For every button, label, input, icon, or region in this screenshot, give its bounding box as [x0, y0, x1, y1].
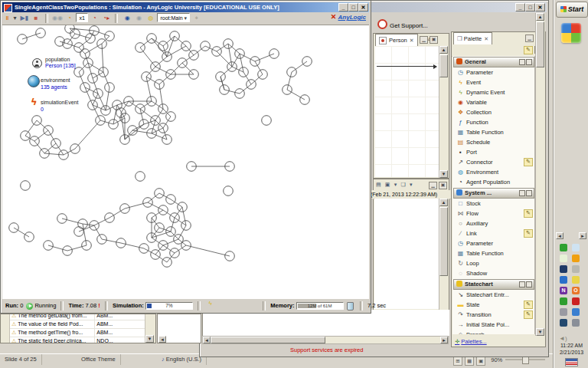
tray-orange-ball-icon[interactable] — [572, 255, 580, 262]
palette-item-initial-state-poi[interactable]: →Initial State Poi... — [452, 320, 535, 330]
open-console-icon[interactable]: ❏ — [400, 179, 405, 189]
palette-item-parameter[interactable]: ◷Parameter — [452, 67, 535, 77]
problem-row[interactable]: ⚠The value of the field Pod...ABM... — [10, 320, 145, 329]
console-vscrollbar[interactable]: ▲ — [439, 199, 449, 310]
palette-section-header[interactable]: System ... — [453, 188, 534, 199]
environment-value[interactable]: 135 agents — [41, 84, 67, 90]
collapse-icon[interactable] — [526, 281, 532, 288]
minimize-view-icon[interactable]: ▁ — [420, 36, 428, 44]
palette-item-agent-population[interactable]: ◔Agent Population — [452, 177, 535, 187]
ppt-zoom-slider[interactable] — [505, 359, 545, 360]
zoom-slider-knob[interactable] — [522, 356, 529, 364]
palette-item-link[interactable]: ∕Link✎ — [452, 228, 535, 238]
scroll-left-icon[interactable]: ◄ — [203, 337, 211, 343]
palette-item-flow[interactable]: ⋈Flow✎ — [452, 209, 535, 219]
scroll-down-icon[interactable]: ▼ — [439, 170, 448, 178]
expand-icon[interactable] — [519, 281, 525, 288]
pencil-icon[interactable]: ✎ — [524, 209, 533, 218]
scroll-thumb[interactable] — [439, 207, 448, 276]
population-value[interactable]: Person [135] — [45, 63, 76, 68]
scroll-up-icon[interactable]: ▲ — [439, 46, 448, 54]
real-time-icon[interactable]: ◔ — [90, 13, 100, 24]
environment-label[interactable]: environment — [41, 77, 70, 83]
palette-item-stock[interactable]: □Stock — [452, 199, 535, 209]
chevron-down-icon[interactable]: ▾ — [185, 15, 188, 21]
palette-item-parameter[interactable]: ◷Parameter — [452, 238, 535, 248]
palette-item-variable[interactable]: ◉Variable — [452, 97, 535, 107]
palette-item-schedule[interactable]: ▤Schedule — [452, 137, 535, 147]
close-button[interactable]: ✕ — [535, 3, 545, 12]
person-vscrollbar[interactable]: ▲ ▼ — [439, 46, 449, 178]
sim-title-bar[interactable]: SingleAgentClassTwoPopulations : Simulat… — [2, 2, 369, 12]
agent-node[interactable] — [262, 116, 272, 126]
environment-icon[interactable] — [28, 75, 40, 87]
problem-row[interactable]: ⚠The static field Deer.clinica...NDO... — [10, 337, 145, 343]
event-label[interactable]: simulationEvent — [41, 100, 78, 105]
slideshow-icon[interactable]: ▣ — [476, 356, 485, 366]
scroll-thumb[interactable] — [439, 54, 448, 77]
maximize-view-icon[interactable]: ▣ — [439, 182, 447, 189]
pencil-icon[interactable]: ✎ — [524, 310, 533, 319]
console-output[interactable] — [374, 199, 439, 309]
agents-button[interactable]: ◉◉ — [52, 13, 63, 24]
palette-item-collection[interactable]: ❖Collection — [452, 107, 535, 117]
problem-row[interactable]: ⚠The method getTime() fro...ABM... — [10, 329, 145, 337]
ide-hscrollbar[interactable]: ◄ ► — [202, 336, 449, 344]
palette-item-auxiliary[interactable]: ○Auxiliary — [452, 219, 535, 228]
expand-icon[interactable] — [519, 190, 525, 196]
ppt-zoom-level[interactable]: 90% — [491, 356, 502, 363]
palette-item-dynamic-event[interactable]: ϟDynamic Event — [452, 87, 535, 97]
clock-time[interactable]: 11:22 AM — [554, 343, 588, 348]
scroll-down-icon[interactable]: ▼ — [536, 328, 544, 336]
palette-item-branch[interactable]: ◇Branch — [452, 330, 535, 334]
scroll-thumb[interactable] — [536, 21, 544, 67]
sim-canvas[interactable]: population Person [135] environment 135 … — [2, 25, 369, 299]
view-area-combo[interactable]: root:Main ▾ — [157, 13, 190, 22]
collapse-icon[interactable] — [526, 59, 532, 65]
problem-row[interactable]: ⚠The method getData() from...ABM... — [10, 314, 145, 320]
tab-palette[interactable]: ❐ Palette✕ — [453, 32, 492, 44]
tray-sphere-icon[interactable] — [572, 308, 580, 316]
expand-icon[interactable] — [519, 59, 525, 65]
tray-dark-moon-icon[interactable] — [560, 265, 567, 273]
palette-section-header[interactable]: Statechart — [453, 279, 534, 290]
palette-item-transition[interactable]: ↷Transition✎ — [452, 310, 535, 320]
tray-windows-icon[interactable] — [560, 308, 567, 316]
scroll-thumb[interactable] — [211, 337, 325, 343]
pencil-icon[interactable]: ✎ — [524, 229, 533, 238]
minimize-button[interactable]: _ — [338, 3, 348, 12]
scroll-left-icon[interactable]: ◄ — [158, 336, 166, 343]
pencil-icon[interactable]: ✎ — [524, 301, 533, 309]
minimize-view-icon[interactable]: ▁ — [429, 182, 437, 189]
palettes-link[interactable]: ✛Palettes... — [455, 338, 487, 345]
pause-dropdown-icon[interactable]: ▾ — [12, 13, 18, 24]
scroll-right-icon[interactable]: ► — [579, 232, 586, 239]
virtual-time-icon[interactable]: ◔ — [64, 13, 74, 24]
speed-field[interactable]: x1 — [76, 13, 87, 22]
close-tab-icon[interactable]: ✕ — [484, 36, 488, 41]
tray-green-square-icon[interactable] — [560, 244, 567, 251]
tray-msn-globe-icon[interactable] — [560, 276, 567, 284]
get-support-button[interactable]: Get Support... — [377, 19, 428, 29]
minimize-view-icon[interactable]: ▁ — [525, 34, 534, 42]
problems-vscrollbar[interactable]: ▼ — [145, 314, 155, 343]
palette-item-function[interactable]: ƒFunction — [452, 117, 535, 127]
start-button[interactable]: Start — [556, 2, 588, 18]
language-flag-icon[interactable] — [565, 358, 578, 366]
tray-leaf-icon[interactable] — [560, 255, 567, 262]
agent-node[interactable] — [136, 172, 145, 182]
maximize-view-icon[interactable]: ▣ — [430, 36, 438, 44]
presentation-icon[interactable]: ◍ — [145, 13, 155, 24]
step-button[interactable]: ▶▮ — [19, 13, 29, 24]
normal-view-icon[interactable]: ⊞ — [453, 356, 462, 366]
palette-item-loop[interactable]: ↻Loop — [452, 258, 535, 268]
palette-item-shadow[interactable]: ◌Shadow — [452, 268, 535, 278]
scroll-up-icon[interactable]: ▲ — [536, 13, 544, 21]
garbage-collect-icon[interactable] — [347, 302, 354, 310]
quick-launch-icon[interactable] — [561, 23, 581, 43]
tray-onenote-icon[interactable]: N — [560, 287, 567, 294]
collapse-icon[interactable] — [526, 190, 532, 196]
person-diagram-canvas[interactable] — [374, 46, 439, 177]
palette-item-port[interactable]: ▪Port — [452, 147, 535, 157]
dropdown-icon[interactable]: ▾ — [410, 179, 413, 189]
